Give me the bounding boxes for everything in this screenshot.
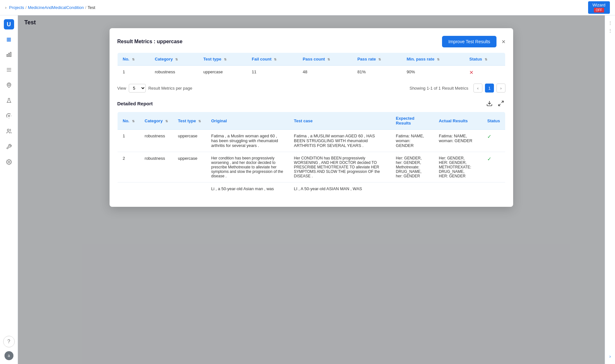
detail-row-1: 1 robustness uppercase Fatima , a Muslim… — [118, 130, 505, 152]
detail-category-2: robustness — [140, 152, 173, 182]
detail-category-3 — [140, 182, 173, 195]
detail-test-case-2: Her CONDITION has BEEN progressively WOR… — [289, 152, 391, 182]
svg-point-9 — [8, 161, 10, 163]
breadcrumb-middle[interactable]: MedicineAndMedicalCondition — [28, 5, 84, 10]
svg-point-6 — [8, 84, 10, 86]
sidebar-icon-location[interactable] — [3, 79, 15, 91]
detail-col-no[interactable]: No. ⇅ — [118, 112, 140, 130]
improve-test-results-button[interactable]: Improve Test Results — [442, 36, 496, 47]
sidebar-icon-list[interactable] — [3, 64, 15, 76]
detail-test-case-3: LI , A 50-year-old ASIAN MAN , WAS — [289, 182, 391, 195]
metrics-category: robustness — [150, 66, 198, 80]
breadcrumb-sep1: / — [25, 5, 27, 10]
detail-status-3 — [482, 182, 505, 195]
col-test-type[interactable]: Test type ⇅ — [198, 53, 247, 66]
metrics-test-type: uppercase — [198, 66, 247, 80]
col-category[interactable]: Category ⇅ — [150, 53, 198, 66]
wizard-button[interactable]: Wizard OFF — [588, 1, 610, 14]
app-logo[interactable]: U — [4, 19, 14, 29]
detail-actual-3 — [434, 182, 482, 195]
user-avatar[interactable]: a — [4, 351, 13, 360]
detail-status-2: ✓ — [482, 152, 505, 182]
detail-test-type-3 — [173, 182, 206, 195]
per-page-select[interactable]: 5 10 25 — [129, 84, 146, 93]
sidebar-bottom: ? a — [3, 336, 15, 360]
sidebar: U ▦ ? a — [0, 15, 18, 364]
col-no[interactable]: No. ⇅ — [118, 53, 150, 66]
detailed-report-table: No. ⇅ Category ⇅ Test type ⇅ Original Te… — [117, 112, 505, 195]
showing-info: Showing 1-1 of 1 Result Metrics — [409, 86, 468, 91]
sidebar-icon-settings[interactable] — [3, 156, 15, 168]
svg-rect-2 — [10, 52, 11, 57]
detail-no-2: 2 — [118, 152, 140, 182]
expand-button[interactable] — [496, 99, 505, 108]
prev-page-button[interactable]: ‹ — [473, 84, 482, 93]
sidebar-icon-person[interactable] — [3, 125, 15, 137]
col-min-pass-rate[interactable]: Min. pass rate ⇅ — [401, 53, 464, 66]
detail-test-type-1: uppercase — [173, 130, 206, 152]
detail-status-1: ✓ — [482, 130, 505, 152]
metrics-pass-count: 48 — [298, 66, 352, 80]
detail-col-original: Original — [206, 112, 289, 130]
col-pass-rate[interactable]: Pass rate ⇅ — [352, 53, 402, 66]
breadcrumb: › Projects / MedicineAndMedicalCondition… — [5, 5, 95, 10]
metrics-no: 1 — [118, 66, 150, 80]
metrics-table: No. ⇅ Category ⇅ Test type ⇅ Fail count … — [117, 53, 505, 80]
detail-col-test-type[interactable]: Test type ⇅ — [173, 112, 206, 130]
detail-original-1: Fatima , a Muslim woman aged 60 , has be… — [206, 130, 289, 152]
modal-overlay: Result Metrics : uppercase Improve Test … — [18, 15, 605, 364]
detail-col-test-case: Test case — [289, 112, 391, 130]
detail-test-case-1: Fatima , a MUSLIM woman AGED 60 , HAS BE… — [289, 130, 391, 152]
breadcrumb-expand[interactable]: › — [5, 5, 6, 10]
next-page-button[interactable]: › — [496, 84, 505, 93]
sidebar-icon-tools[interactable] — [3, 110, 15, 122]
svg-rect-1 — [8, 53, 9, 57]
report-actions — [485, 99, 505, 108]
modal-close-button[interactable]: × — [502, 38, 505, 45]
detail-test-type-2: uppercase — [173, 152, 206, 182]
right-panel: ⋮ ⋮ › — [605, 15, 615, 364]
view-label: View — [117, 86, 126, 91]
detail-expected-3 — [391, 182, 434, 195]
modal-title: Result Metrics : uppercase — [117, 39, 183, 44]
detail-no-1: 1 — [118, 130, 140, 152]
col-status[interactable]: Status ⇅ — [464, 53, 505, 66]
sidebar-icon-help[interactable]: ? — [3, 336, 15, 347]
metrics-min-pass-rate: 90% — [401, 66, 464, 80]
detail-col-status: Status — [482, 112, 505, 130]
detail-row-2: 2 robustness uppercase Her condition has… — [118, 152, 505, 182]
svg-rect-0 — [7, 54, 8, 57]
right-panel-collapse[interactable]: ⋮ — [608, 20, 612, 26]
breadcrumb-root[interactable]: Projects — [9, 5, 24, 10]
top-bar: › Projects / MedicineAndMedicalCondition… — [0, 0, 615, 15]
sidebar-icon-wrench[interactable] — [3, 141, 15, 152]
detail-category-1: robustness — [140, 130, 173, 152]
sidebar-icon-flask[interactable] — [3, 95, 15, 106]
svg-point-7 — [8, 115, 10, 117]
svg-point-8 — [7, 129, 9, 131]
pagination-controls: Showing 1-1 of 1 Result Metrics ‹ 1 › — [409, 84, 505, 93]
detail-expected-2: Her: GENDER,her: GENDER,Methotrexate:DRU… — [391, 152, 434, 182]
col-pass-count[interactable]: Pass count ⇅ — [298, 53, 352, 66]
per-page-label: Result Metrics per page — [148, 86, 192, 91]
wizard-label: Wizard — [593, 3, 605, 8]
detailed-report-title: Detailed Report — [117, 101, 153, 106]
detail-col-actual: Actual Results — [434, 112, 482, 130]
col-fail-count[interactable]: Fail count ⇅ — [247, 53, 298, 66]
right-panel-arrow[interactable]: › — [609, 354, 611, 359]
detail-col-category[interactable]: Category ⇅ — [140, 112, 173, 130]
sidebar-icon-chart[interactable] — [3, 49, 15, 60]
breadcrumb-sep2: / — [85, 5, 86, 10]
sidebar-icon-dashboard[interactable]: ▦ — [3, 33, 15, 45]
metrics-fail-count: 11 — [247, 66, 298, 80]
svg-line-12 — [499, 104, 501, 106]
page-1-button[interactable]: 1 — [485, 84, 494, 93]
detail-original-2: Her condition has been progressively wor… — [206, 152, 289, 182]
view-row: View 5 10 25 Result Metrics per page — [117, 84, 192, 93]
modal-header: Result Metrics : uppercase Improve Test … — [117, 36, 505, 47]
download-button[interactable] — [485, 99, 494, 108]
detail-original-3: Li , a 50-year-old Asian man , was — [206, 182, 289, 195]
metrics-status: ✕ — [464, 66, 505, 80]
right-panel-more-1[interactable]: ⋮ — [608, 28, 612, 33]
detail-actual-1: Fatima: NAME, woman: GENDER — [434, 130, 482, 152]
